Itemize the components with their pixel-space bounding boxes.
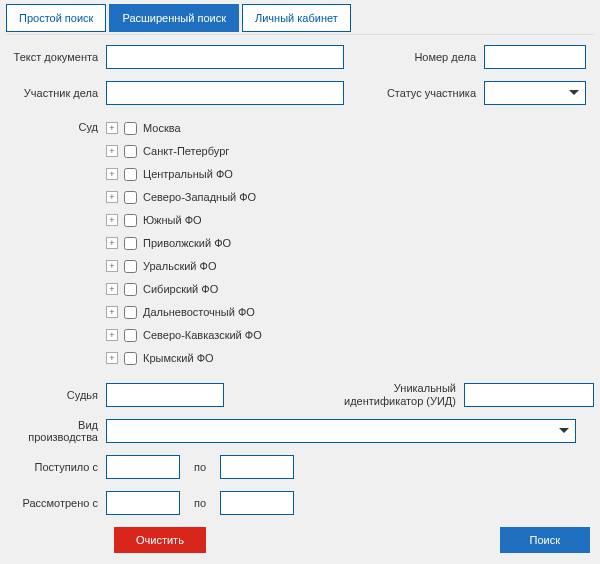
court-tree-item: +Москва [106, 117, 262, 139]
label-to-1: по [180, 461, 220, 473]
court-label: Дальневосточный ФО [143, 306, 255, 318]
label-doc-text: Текст документа [6, 51, 106, 63]
label-judge: Судья [6, 389, 106, 401]
court-label: Южный ФО [143, 214, 202, 226]
label-participant-status: Статус участника [374, 87, 484, 99]
expand-icon[interactable]: + [106, 352, 118, 364]
court-checkbox[interactable] [124, 352, 137, 365]
label-procedure-type: Вид производства [6, 419, 106, 443]
court-checkbox[interactable] [124, 306, 137, 319]
court-label: Москва [143, 122, 181, 134]
court-checkbox[interactable] [124, 191, 137, 204]
court-tree-item: +Дальневосточный ФО [106, 301, 262, 323]
label-court: Суд [6, 117, 106, 133]
court-label: Крымский ФО [143, 352, 214, 364]
court-checkbox[interactable] [124, 283, 137, 296]
procedure-type-select[interactable] [106, 419, 576, 443]
doc-text-input[interactable] [106, 45, 344, 69]
expand-icon[interactable]: + [106, 237, 118, 249]
expand-icon[interactable]: + [106, 191, 118, 203]
court-label: Центральный ФО [143, 168, 233, 180]
participant-status-select[interactable] [484, 81, 586, 105]
expand-icon[interactable]: + [106, 122, 118, 134]
court-tree-item: +Уральский ФО [106, 255, 262, 277]
judge-input[interactable] [106, 383, 224, 407]
label-received-from: Поступило с [6, 461, 106, 473]
court-checkbox[interactable] [124, 329, 137, 342]
court-checkbox[interactable] [124, 260, 137, 273]
court-tree-item: +Северо-Западный ФО [106, 186, 262, 208]
expand-icon[interactable]: + [106, 214, 118, 226]
label-case-number: Номер дела [374, 51, 484, 63]
participant-input[interactable] [106, 81, 344, 105]
court-tree-item: +Крымский ФО [106, 347, 262, 369]
reviewed-to-input[interactable] [220, 491, 294, 515]
court-tree-item: +Приволжский ФО [106, 232, 262, 254]
court-tree-item: +Южный ФО [106, 209, 262, 231]
advanced-search-form: Текст документа Номер дела Участник дела… [6, 34, 594, 553]
expand-icon[interactable]: + [106, 145, 118, 157]
uid-input[interactable] [464, 383, 594, 407]
court-label: Уральский ФО [143, 260, 216, 272]
reviewed-from-input[interactable] [106, 491, 180, 515]
expand-icon[interactable]: + [106, 306, 118, 318]
court-checkbox[interactable] [124, 145, 137, 158]
expand-icon[interactable]: + [106, 329, 118, 341]
court-checkbox[interactable] [124, 122, 137, 135]
court-tree: +Москва+Санкт-Петербург+Центральный ФО+С… [106, 117, 262, 370]
court-tree-item: +Санкт-Петербург [106, 140, 262, 162]
tab-simple-search[interactable]: Простой поиск [6, 4, 106, 32]
court-checkbox[interactable] [124, 168, 137, 181]
case-number-input[interactable] [484, 45, 586, 69]
expand-icon[interactable]: + [106, 260, 118, 272]
court-label: Северо-Западный ФО [143, 191, 256, 203]
court-tree-item: +Северо-Кавказский ФО [106, 324, 262, 346]
court-label: Санкт-Петербург [143, 145, 229, 157]
received-to-input[interactable] [220, 455, 294, 479]
court-checkbox[interactable] [124, 237, 137, 250]
court-checkbox[interactable] [124, 214, 137, 227]
court-label: Северо-Кавказский ФО [143, 329, 262, 341]
label-uid: Уникальный идентификатор (УИД) [344, 382, 464, 407]
search-button[interactable]: Поиск [500, 527, 590, 553]
clear-button[interactable]: Очистить [114, 527, 206, 553]
expand-icon[interactable]: + [106, 168, 118, 180]
court-label: Сибирский ФО [143, 283, 218, 295]
label-to-2: по [180, 497, 220, 509]
tab-advanced-search[interactable]: Расширенный поиск [109, 4, 239, 32]
label-reviewed-from: Рассмотрено с [6, 497, 106, 509]
tab-personal-cabinet[interactable]: Личный кабинет [242, 4, 351, 32]
label-participant: Участник дела [6, 87, 106, 99]
court-label: Приволжский ФО [143, 237, 231, 249]
received-from-input[interactable] [106, 455, 180, 479]
expand-icon[interactable]: + [106, 283, 118, 295]
court-tree-item: +Центральный ФО [106, 163, 262, 185]
tabs: Простой поиск Расширенный поиск Личный к… [6, 4, 594, 32]
court-tree-item: +Сибирский ФО [106, 278, 262, 300]
